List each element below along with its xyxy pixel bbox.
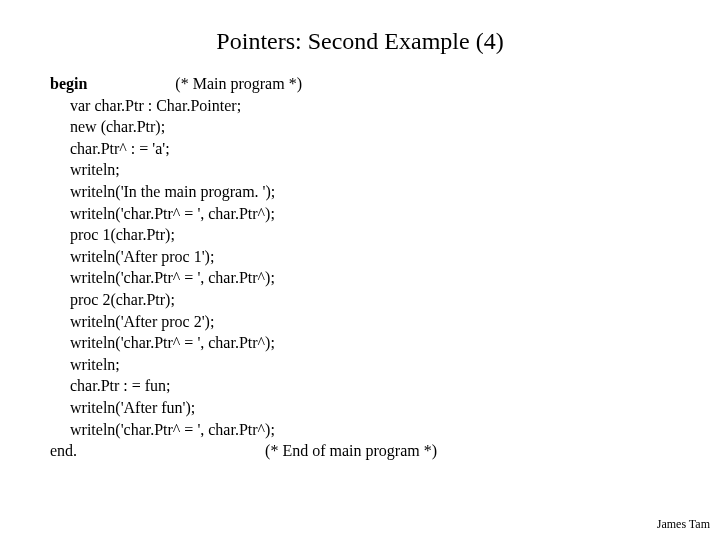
code-line: writeln('char.Ptr^ = ', char.Ptr^); [50,203,720,225]
footer-author: James Tam [657,517,710,532]
code-line: proc 2(char.Ptr); [50,289,720,311]
code-block: begin (* Main program *) var char.Ptr : … [0,73,720,462]
code-line: writeln('char.Ptr^ = ', char.Ptr^); [50,332,720,354]
code-line: char.Ptr : = fun; [50,375,720,397]
code-line: writeln('char.Ptr^ = ', char.Ptr^); [50,267,720,289]
keyword-end: end. [50,442,77,459]
code-line-end: end. (* End of main program *) [50,440,720,462]
code-line: char.Ptr^ : = 'a'; [50,138,720,160]
code-line: writeln; [50,159,720,181]
code-line: writeln('In the main program. '); [50,181,720,203]
code-line: writeln('After fun'); [50,397,720,419]
comment-begin: (* Main program *) [175,75,302,92]
code-line: writeln('After proc 1'); [50,246,720,268]
comment-end: (* End of main program *) [265,442,437,459]
code-line: new (char.Ptr); [50,116,720,138]
code-line: proc 1(char.Ptr); [50,224,720,246]
code-line: writeln('char.Ptr^ = ', char.Ptr^); [50,419,720,441]
code-line: writeln('After proc 2'); [50,311,720,333]
code-line: writeln; [50,354,720,376]
slide-title: Pointers: Second Example (4) [0,0,720,73]
keyword-begin: begin [50,75,87,92]
code-line: var char.Ptr : Char.Pointer; [50,95,720,117]
code-line-begin: begin (* Main program *) [50,73,720,95]
